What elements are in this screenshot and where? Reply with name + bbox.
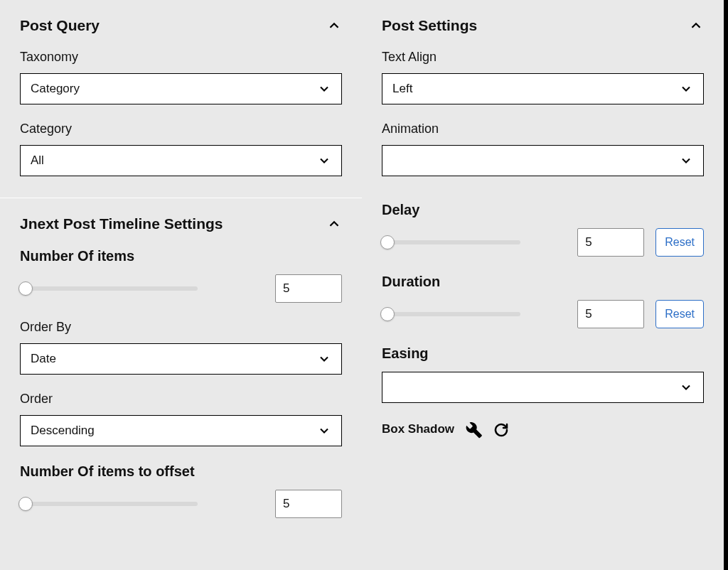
duration-value: 5 — [585, 307, 592, 321]
field-order: Order Descending — [20, 392, 342, 446]
field-offset: Number Of items to offset 5 — [20, 463, 342, 518]
right-panel: Post Settings Text Align Left Animation — [362, 0, 724, 570]
post-query-title: Post Query — [20, 17, 100, 34]
order-by-label: Order By — [20, 320, 342, 335]
order-by-select[interactable]: Date — [20, 343, 342, 375]
order-value: Descending — [31, 424, 95, 438]
field-number-of-items: Number Of items 5 — [20, 248, 342, 303]
redo-icon[interactable] — [493, 421, 510, 438]
duration-reset-button[interactable]: Reset — [655, 300, 704, 328]
chevron-down-icon — [317, 82, 331, 96]
field-animation: Animation — [382, 122, 704, 176]
post-settings-title: Post Settings — [382, 17, 477, 34]
chevron-down-icon — [679, 82, 693, 96]
slider-track — [20, 502, 198, 506]
field-duration: Duration 5 Reset — [382, 274, 704, 328]
duration-label: Duration — [382, 274, 704, 290]
order-select[interactable]: Descending — [20, 415, 342, 446]
chevron-up-icon — [326, 216, 342, 232]
section-post-settings: Post Settings Text Align Left Animation — [362, 0, 724, 460]
left-panel: Post Query Taxonomy Category Category Al… — [0, 0, 362, 570]
category-label: Category — [20, 122, 342, 136]
duration-reset-label: Reset — [665, 308, 695, 321]
duration-slider[interactable] — [382, 307, 520, 321]
easing-select[interactable] — [382, 372, 704, 403]
chevron-down-icon — [679, 380, 693, 394]
chevron-down-icon — [679, 154, 693, 168]
easing-label: Easing — [382, 345, 704, 362]
post-settings-header[interactable]: Post Settings — [382, 17, 704, 34]
order-label: Order — [20, 392, 342, 407]
delay-reset-label: Reset — [665, 236, 695, 249]
animation-select[interactable] — [382, 145, 704, 176]
order-by-value: Date — [31, 352, 56, 366]
delay-label: Delay — [382, 202, 704, 218]
num-items-input[interactable]: 5 — [275, 274, 342, 303]
num-items-slider[interactable] — [20, 281, 198, 296]
num-items-label: Number Of items — [20, 248, 342, 264]
field-category: Category All — [20, 122, 342, 176]
slider-track — [382, 240, 520, 244]
timeline-settings-title: Jnext Post Timeline Settings — [20, 215, 223, 232]
taxonomy-label: Taxonomy — [20, 50, 342, 65]
box-shadow-label: Box Shadow — [382, 422, 454, 436]
field-taxonomy: Taxonomy Category — [20, 50, 342, 104]
delay-value: 5 — [585, 235, 592, 249]
section-post-query: Post Query Taxonomy Category Category Al… — [0, 0, 362, 198]
slider-thumb[interactable] — [380, 235, 395, 249]
slider-thumb[interactable] — [380, 307, 395, 321]
slider-track — [382, 312, 520, 316]
category-value: All — [31, 154, 44, 168]
timeline-settings-header[interactable]: Jnext Post Timeline Settings — [20, 215, 342, 232]
slider-track — [20, 286, 198, 291]
chevron-up-icon — [326, 18, 342, 33]
slider-thumb[interactable] — [18, 497, 33, 511]
chevron-up-icon — [688, 18, 704, 33]
chevron-down-icon — [317, 352, 331, 366]
num-items-value: 5 — [283, 281, 289, 296]
taxonomy-value: Category — [31, 82, 80, 96]
offset-label: Number Of items to offset — [20, 463, 342, 480]
field-order-by: Order By Date — [20, 320, 342, 375]
delay-input[interactable]: 5 — [577, 228, 644, 257]
field-delay: Delay 5 Reset — [382, 202, 704, 257]
field-box-shadow: Box Shadow — [382, 420, 704, 439]
category-select[interactable]: All — [20, 145, 342, 176]
text-align-label: Text Align — [382, 50, 704, 65]
post-query-header[interactable]: Post Query — [20, 17, 342, 34]
section-timeline-settings: Jnext Post Timeline Settings Number Of i… — [0, 198, 362, 539]
chevron-down-icon — [317, 154, 331, 168]
offset-value: 5 — [283, 497, 289, 511]
field-easing: Easing — [382, 345, 704, 403]
text-align-value: Left — [392, 82, 412, 96]
animation-label: Animation — [382, 122, 704, 136]
chevron-down-icon — [317, 424, 331, 438]
duration-input[interactable]: 5 — [577, 300, 644, 328]
offset-slider[interactable] — [20, 497, 198, 511]
field-text-align: Text Align Left — [382, 50, 704, 104]
taxonomy-select[interactable]: Category — [20, 73, 342, 104]
delay-reset-button[interactable]: Reset — [655, 228, 704, 257]
wrench-icon[interactable] — [464, 420, 483, 439]
slider-thumb[interactable] — [18, 281, 33, 296]
text-align-select[interactable]: Left — [382, 73, 704, 104]
offset-input[interactable]: 5 — [275, 490, 342, 518]
delay-slider[interactable] — [382, 235, 520, 249]
